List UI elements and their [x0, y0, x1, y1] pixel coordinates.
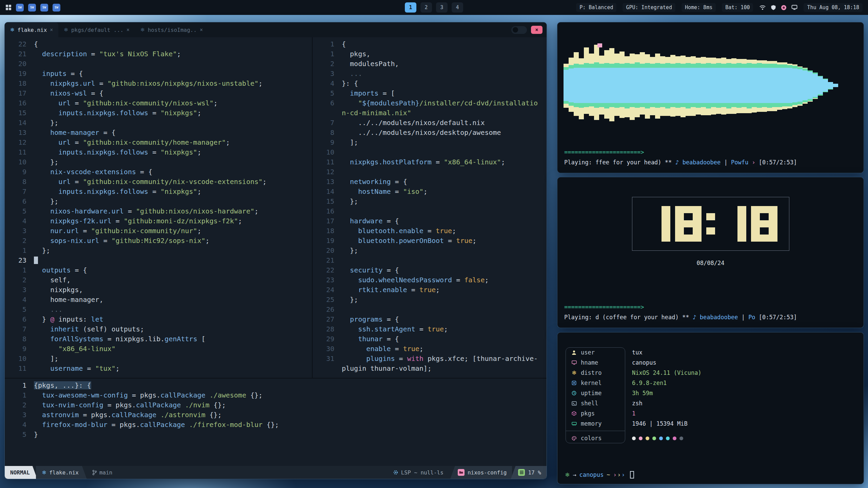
workspace-taglist: 1234 [405, 0, 463, 15]
code-row: 5 nixos-hardware.url = "github:nixos/nix… [5, 206, 312, 216]
tab-close-icon[interactable]: × [200, 27, 203, 33]
color-dot [639, 436, 643, 440]
pinned-app-icon[interactable]: SW [16, 4, 24, 12]
code-row: 29 thunar = { [313, 334, 547, 344]
fetch-value: NixOS 24.11 (Vicuna) [625, 368, 783, 378]
code-row: 18 nixpkgs.url = "github:nixos/nixpkgs/n… [5, 79, 312, 88]
viz-bar [609, 28, 614, 143]
terminal-clock-window[interactable]: 08/08/24 ======================> Playing… [557, 177, 864, 328]
tab-hosts-isoimage[interactable]: ❄ hosts/isoImag.. × [135, 22, 208, 37]
fetch-label: kernel [566, 378, 625, 388]
viz-bar [762, 28, 767, 143]
code-row: 20 }; [313, 246, 547, 256]
display-icon[interactable] [791, 5, 797, 10]
tab-label: flake.nix [18, 27, 47, 33]
shell-prompt: ❄ → canopus ~ ››› [565, 471, 634, 479]
code-row: 6 "${modulesPath}/installer/cd-dvd/insta… [313, 98, 547, 108]
wifi-icon[interactable] [759, 5, 766, 10]
code-row: 11 inputs.nixpkgs.follows = "nixpkgs"; [5, 147, 312, 157]
viz-bar [767, 28, 772, 143]
viz-bar [589, 28, 594, 143]
fetch-label: shell [566, 398, 625, 408]
battery-widget[interactable]: Bat: 100 [722, 3, 753, 12]
code-row: 5 imports = [ [313, 88, 547, 98]
fetch-value: 1946 | 15394 MiB [625, 419, 783, 429]
code-row: 4 nixpkgs-f2k.url = "github:moni-dz/nixp… [5, 216, 312, 226]
viz-bar [828, 28, 833, 143]
tab-pkgs-default[interactable]: ❄ pkgs/default ... × [58, 22, 135, 37]
workspace-tag-4[interactable]: 4 [452, 2, 463, 13]
code-row: 3 astronvim = pkgs.callPackage ./astronv… [5, 410, 547, 420]
window-close-button[interactable]: × [531, 26, 542, 34]
pinned-app-icon[interactable]: SW [28, 4, 36, 12]
viz-bar [579, 28, 584, 143]
terminal-visualizer-window[interactable]: ======================> Playing: ffee fo… [557, 22, 864, 173]
editor-pane-flake[interactable]: 22{21 description = "tux's NixOS Flake";… [5, 37, 312, 378]
toggle-pill[interactable] [511, 26, 527, 34]
tab-flake-nix[interactable]: ❄ flake.nix × [5, 22, 58, 37]
tab-close-icon[interactable]: × [50, 27, 53, 33]
power-profile-widget[interactable]: P: Balanced [576, 3, 616, 12]
clock-digit [644, 206, 670, 242]
buffer-tabline: ❄ flake.nix × ❄ pkgs/default ... × ❄ hos… [5, 22, 547, 37]
workspace-tag-2[interactable]: 2 [420, 2, 432, 13]
tab-close-icon[interactable]: × [126, 27, 130, 33]
code-row: 16 url = "github:nix-community/nixos-wsl… [5, 98, 312, 108]
uptime-icon [571, 391, 577, 395]
player-separator: ======================> [564, 302, 857, 312]
workspace-tag-1[interactable]: 1 [405, 2, 416, 13]
viz-bar [625, 28, 630, 143]
editor-pane-iso[interactable]: 1{1 pkgs,2 modulesPath,3 ...4}: {5 impor… [313, 37, 547, 378]
viz-bar [797, 28, 803, 143]
code-row: 3 ... [313, 69, 547, 79]
viz-bar [757, 28, 762, 143]
viz-bar [777, 28, 782, 143]
now-playing-line: Playing: d (coffee for your head) ** ♪ b… [564, 312, 857, 322]
prompt-path: ~ [607, 471, 610, 478]
neovim-window[interactable]: ❄ flake.nix × ❄ pkgs/default ... × ❄ hos… [4, 22, 547, 479]
pinned-app-icon[interactable]: SW [53, 4, 60, 12]
code-row: 2 sops-nix.url = "github:Mic92/sops-nix"… [5, 236, 312, 246]
clock-widget[interactable]: Thu Aug 08, 18:18 [804, 3, 863, 12]
viz-accent-pixel [597, 43, 602, 47]
editor-cursor [34, 257, 38, 264]
branch-name: main [99, 469, 113, 476]
nix-file-icon: ❄ [140, 27, 145, 33]
code-row: 7 inherit (self) outputs; [5, 324, 312, 334]
ping-widget[interactable]: Home: 8ms [682, 3, 716, 12]
code-row: 5 ... [5, 305, 312, 314]
nix-file-icon: ❄ [64, 27, 68, 33]
code-row: 1 pkgs, [313, 49, 547, 59]
fetch-label: user [566, 347, 625, 358]
code-row: 19 inputs = { [5, 69, 312, 79]
code-row: 28 ssh.startAgent = true; [313, 324, 547, 334]
record-icon[interactable] [781, 5, 787, 11]
pinned-app-icon[interactable]: SW [40, 4, 48, 12]
code-row: 22 security = { [313, 265, 547, 275]
code-row: 4 home-manager, [5, 295, 312, 305]
statusline-filename: flake.nix [49, 469, 79, 476]
shield-icon[interactable] [771, 5, 776, 11]
code-row: 3 nur.url = "github:nix-community/nur"; [5, 226, 312, 236]
code-row: 13 networking = { [313, 177, 547, 187]
code-row: 17 hardware = { [313, 216, 547, 226]
viz-bar [701, 28, 706, 143]
viz-bar [604, 28, 609, 143]
viz-bar [721, 28, 726, 143]
workspace-tag-3[interactable]: 3 [436, 2, 448, 13]
code-row: 16 [313, 206, 547, 216]
viz-bar [808, 28, 813, 143]
code-row: 12 url = "github:nix-community/home-mana… [5, 138, 312, 147]
fetch-value: 1 [625, 408, 783, 419]
code-row: 1{ [313, 39, 547, 49]
editor-pane-pkgs[interactable]: 1{pkgs, ...}: {1 tux-awesome-wm-config =… [5, 378, 547, 466]
gpu-widget[interactable]: GPU: Integrated [623, 3, 675, 12]
code-row: 25 }; [313, 295, 547, 305]
terminal-fetch-window[interactable]: usertuxhnamecanopus❄distroNixOS 24.11 (V… [557, 332, 864, 484]
launcher-grid-icon[interactable] [5, 4, 12, 11]
code-row: 1 }; [5, 246, 312, 256]
viz-bar [584, 28, 589, 143]
terminal-palette [625, 433, 783, 443]
viz-bar [635, 28, 640, 143]
code-row: 23 [5, 256, 312, 265]
